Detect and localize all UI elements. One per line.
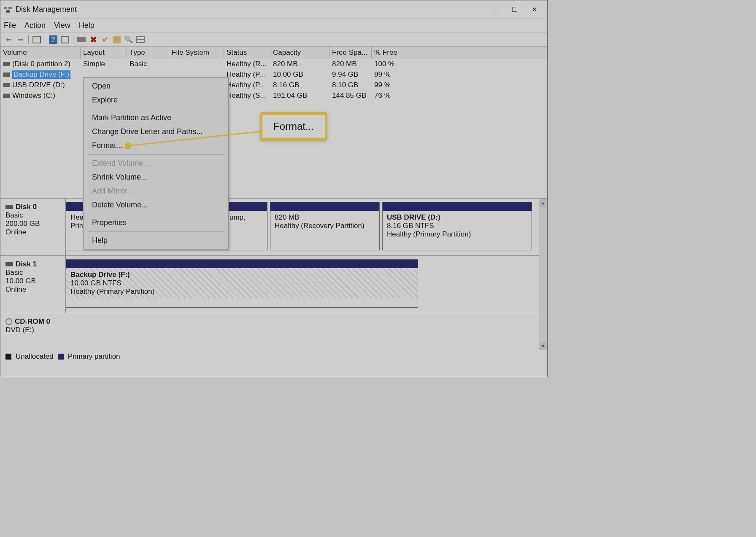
volume-list-header: Volume Layout Type File System Status Ca… xyxy=(0,47,547,59)
volume-row[interactable]: (Disk 0 partition 2) Simple Basic Health… xyxy=(0,59,547,69)
volume-row[interactable]: USB DRIVE (D:) Healthy (P... 8.16 GB 8.1… xyxy=(0,80,547,90)
disk-icon xyxy=(5,205,13,209)
menu-action[interactable]: Action xyxy=(24,21,46,30)
svg-rect-0 xyxy=(4,7,7,9)
col-header-type[interactable]: Type xyxy=(127,47,169,59)
window-title: Disk Management xyxy=(16,5,486,14)
context-separator xyxy=(88,109,224,109)
context-separator xyxy=(88,231,224,232)
vertical-scrollbar[interactable]: ▴ ▾ xyxy=(539,199,547,350)
legend-swatch-unallocated xyxy=(5,354,11,360)
col-header-status[interactable]: Status xyxy=(224,47,270,59)
legend-swatch-primary xyxy=(58,354,64,360)
back-button[interactable] xyxy=(4,35,13,44)
context-properties[interactable]: Properties xyxy=(84,216,228,230)
close-button[interactable]: ✕ xyxy=(524,3,544,16)
app-icon xyxy=(4,6,12,13)
menu-file[interactable]: File xyxy=(4,21,16,30)
partition-header xyxy=(66,260,418,268)
context-delete-volume[interactable]: Delete Volume... xyxy=(84,198,228,212)
scroll-up-button[interactable]: ▴ xyxy=(539,199,547,207)
menubar: File Action View Help xyxy=(0,19,547,32)
up-icon[interactable] xyxy=(112,35,122,44)
disk-block: Disk 0 Basic 200.00 GB Online Healthy (S… xyxy=(0,199,547,256)
legend: Unallocated Primary partition xyxy=(0,350,547,363)
titlebar: Disk Management — ☐ ✕ xyxy=(0,0,547,19)
menu-view[interactable]: View xyxy=(54,21,70,30)
disk-label[interactable]: Disk 0 Basic 200.00 GB Online xyxy=(0,199,66,255)
partition[interactable]: USB DRIVE (D:) 8.16 GB NTFS Healthy (Pri… xyxy=(382,202,532,250)
cdrom-icon xyxy=(5,318,12,325)
disk-block: Disk 1 Basic 10.00 GB Online Backup Driv… xyxy=(0,256,547,313)
context-add-mirror: Add Mirror... xyxy=(84,184,228,198)
disk-icon[interactable] xyxy=(77,35,86,44)
disk-label[interactable]: CD-ROM 0 DVD (E:) xyxy=(0,313,66,337)
help-icon[interactable]: ? xyxy=(49,35,58,44)
context-separator xyxy=(88,154,224,155)
maximize-button[interactable]: ☐ xyxy=(505,3,524,16)
disk-block: CD-ROM 0 DVD (E:) xyxy=(0,313,547,337)
disk-graphical-view: Disk 0 Basic 200.00 GB Online Healthy (S… xyxy=(0,199,547,350)
context-menu: Open Explore Mark Partition as Active Ch… xyxy=(83,77,229,250)
toolbar: ? ✖ ✔ 🔍 xyxy=(0,32,547,47)
col-header-free[interactable]: Free Spa... xyxy=(329,47,372,59)
scroll-down-button[interactable]: ▾ xyxy=(539,342,547,350)
toolbar-separator xyxy=(45,35,45,44)
svg-rect-1 xyxy=(8,7,12,9)
context-change-letter[interactable]: Change Drive Letter and Paths... xyxy=(84,125,228,139)
action-icon[interactable] xyxy=(60,35,70,44)
volume-icon xyxy=(3,62,10,66)
menu-help[interactable]: Help xyxy=(79,21,94,30)
search-icon[interactable]: 🔍 xyxy=(124,35,133,44)
delete-icon[interactable]: ✖ xyxy=(89,35,98,44)
legend-label-primary: Primary partition xyxy=(68,352,120,361)
volume-icon xyxy=(3,72,10,77)
callout-text: Format... xyxy=(273,121,314,132)
svg-rect-2 xyxy=(6,10,10,13)
partition-header xyxy=(270,202,379,211)
legend-label-unallocated: Unallocated xyxy=(16,352,54,361)
context-shrink[interactable]: Shrink Volume... xyxy=(84,170,228,184)
context-help[interactable]: Help xyxy=(84,234,228,247)
volume-icon xyxy=(3,94,10,98)
forward-button[interactable] xyxy=(16,35,25,44)
col-header-pct[interactable]: % Free xyxy=(372,47,427,59)
col-header-layout[interactable]: Layout xyxy=(81,47,127,59)
minimize-button[interactable]: — xyxy=(486,3,505,16)
volume-row[interactable]: Backup Drive (F:) Healthy (P... 10.00 GB… xyxy=(0,69,547,80)
disk-icon xyxy=(5,262,13,266)
context-separator xyxy=(88,214,224,214)
col-header-capacity[interactable]: Capacity xyxy=(270,47,329,59)
partition[interactable]: 820 MB Healthy (Recovery Partition) xyxy=(270,202,380,250)
context-open[interactable]: Open xyxy=(84,79,228,93)
partition[interactable]: Backup Drive (F:) 10.00 GB NTFS Healthy … xyxy=(66,259,418,308)
context-format[interactable]: Format... xyxy=(84,139,228,153)
callout-bubble: Format... xyxy=(260,112,327,141)
col-header-volume[interactable]: Volume xyxy=(0,47,81,59)
toolbar-separator xyxy=(28,35,29,44)
volume-icon xyxy=(3,83,10,87)
col-header-fs[interactable]: File System xyxy=(169,47,224,59)
toolbar-separator xyxy=(73,35,73,44)
partition-header xyxy=(383,202,532,211)
context-explore[interactable]: Explore xyxy=(84,93,228,107)
properties-icon[interactable] xyxy=(32,35,41,44)
list-icon[interactable] xyxy=(136,35,145,44)
context-mark-active[interactable]: Mark Partition as Active xyxy=(84,111,228,125)
volume-row[interactable]: Windows (C:) Healthy (S... 191.04 GB 144… xyxy=(0,90,547,101)
disk-management-window: Disk Management — ☐ ✕ File Action View H… xyxy=(0,0,548,377)
disk-label[interactable]: Disk 1 Basic 10.00 GB Online xyxy=(0,256,66,313)
check-icon[interactable]: ✔ xyxy=(100,35,110,44)
context-extend: Extend Volume... xyxy=(84,156,228,170)
